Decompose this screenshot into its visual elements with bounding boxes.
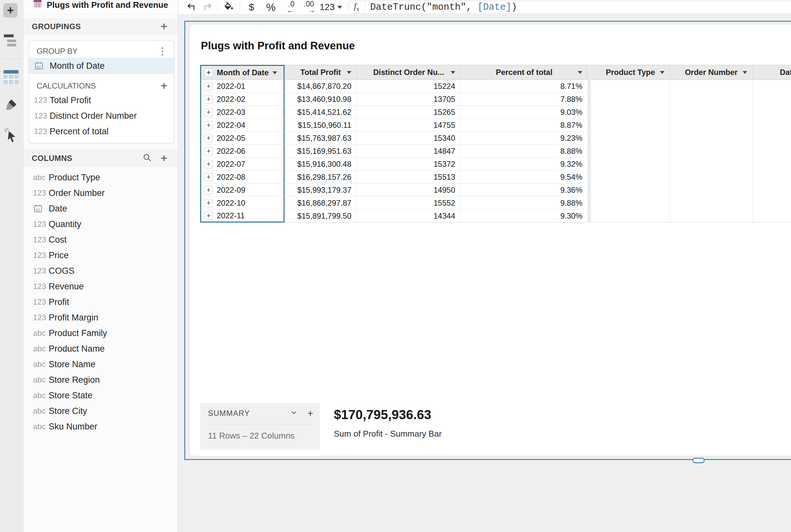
field-product-family[interactable]: abcProduct Family [23, 325, 178, 341]
decrease-decimal-icon[interactable]: .0← [284, 0, 299, 14]
field-profit-margin[interactable]: 123Profit Margin [23, 310, 178, 325]
field-total-profit[interactable]: 123Total Profit [29, 92, 174, 108]
sort-caret-icon[interactable] [451, 71, 455, 74]
cell-month-of-date-2022-09[interactable]: +2022-09 [200, 184, 285, 196]
field-store-name[interactable]: abcStore Name [23, 357, 178, 372]
sort-caret-icon[interactable] [660, 71, 664, 74]
formula-text[interactable]: DateTrunc("month", [Date]) [370, 2, 517, 13]
summary-value-area[interactable]: $170,795,936.63 Sum of Profit - Summary … [320, 403, 791, 450]
field-profit[interactable]: 123Profit [23, 294, 178, 310]
empty-column-date[interactable] [753, 80, 791, 223]
cell-month-of-date-2022-02[interactable]: +2022-02 [200, 93, 285, 106]
cell-total-profit-2022-03[interactable]: $15,414,521.62 [285, 106, 357, 119]
cell-month-of-date-2022-08[interactable]: +2022-08 [200, 171, 285, 184]
cell-total-profit-2022-06[interactable]: $15,169,951.63 [285, 145, 357, 158]
cell-percent-of-total-2022-09[interactable]: 9.36% [461, 184, 588, 196]
cell-distinct-order-nu-2022-05[interactable]: 15340 [357, 132, 461, 145]
cell-percent-of-total-2022-03[interactable]: 9.03% [461, 106, 588, 119]
cell-total-profit-2022-01[interactable]: $14,867,870.20 [285, 80, 357, 93]
column-header-product-type[interactable]: Product Type [591, 65, 670, 80]
redo-icon[interactable] [200, 0, 214, 14]
field-distinct-order-number[interactable]: 123Distinct Order Number [29, 108, 174, 124]
field-sku-number[interactable]: abcSku Number [23, 419, 178, 434]
summary-panel[interactable]: SUMMARY + 11 Rows – 22 Columns [200, 403, 320, 450]
cell-distinct-order-nu-2022-06[interactable]: 14847 [357, 145, 461, 158]
select-cursor-icon[interactable] [3, 127, 20, 145]
sort-caret-icon[interactable] [578, 71, 582, 74]
cell-percent-of-total-2022-11[interactable]: 9.30% [461, 210, 588, 223]
cell-distinct-order-nu-2022-01[interactable]: 15224 [357, 80, 461, 93]
summary-chevron-down-icon[interactable] [290, 408, 298, 418]
element-title[interactable]: Plugs with Profit and Revenue [201, 40, 355, 52]
field-cogs[interactable]: 123COGS [23, 263, 178, 279]
expand-plus-icon[interactable]: + [204, 173, 213, 181]
field-cost[interactable]: 123Cost [23, 232, 178, 248]
field-store-region[interactable]: abcStore Region [23, 372, 178, 388]
fill-color-icon[interactable] [222, 0, 236, 14]
expand-plus-icon[interactable]: + [204, 95, 213, 103]
search-icon[interactable] [143, 153, 152, 164]
undo-icon[interactable] [185, 0, 199, 14]
cell-total-profit-2022-02[interactable]: $13,460,910.98 [285, 93, 357, 106]
field-date[interactable]: Date [23, 201, 178, 216]
cell-percent-of-total-2022-08[interactable]: 9.54% [461, 171, 588, 184]
expand-plus-icon[interactable]: + [204, 134, 213, 142]
cell-percent-of-total-2022-04[interactable]: 8.87% [461, 119, 588, 132]
cell-month-of-date-2022-03[interactable]: +2022-03 [200, 106, 285, 119]
field-price[interactable]: 123Price [23, 248, 178, 263]
cell-month-of-date-2022-07[interactable]: +2022-07 [200, 158, 285, 171]
cell-total-profit-2022-10[interactable]: $16,868,297.87 [285, 196, 357, 210]
cell-month-of-date-2022-05[interactable]: +2022-05 [200, 132, 285, 145]
column-header-percent-of-total[interactable]: Percent of total [461, 65, 588, 80]
cell-percent-of-total-2022-05[interactable]: 9.23% [461, 132, 588, 145]
cell-total-profit-2022-08[interactable]: $16,298,157.26 [285, 171, 357, 184]
page-outline-icon[interactable] [4, 34, 17, 48]
currency-format-icon[interactable]: $ [244, 0, 259, 14]
expand-plus-icon[interactable]: + [204, 199, 213, 207]
field-product-name[interactable]: abcProduct Name [23, 341, 178, 357]
cell-percent-of-total-2022-01[interactable]: 8.71% [461, 80, 588, 93]
expand-plus-icon[interactable]: + [204, 160, 213, 168]
table-element-card[interactable]: Plugs with Profit and Revenue +Month of … [190, 25, 791, 456]
sort-caret-icon[interactable] [347, 71, 351, 74]
expand-plus-icon[interactable]: + [204, 108, 213, 116]
field-product-type[interactable]: abcProduct Type [23, 170, 178, 185]
resize-handle[interactable] [692, 458, 705, 463]
add-calculation-icon[interactable]: + [161, 80, 167, 92]
field-store-city[interactable]: abcStore City [23, 403, 178, 419]
sort-caret-icon[interactable] [743, 71, 747, 74]
cell-percent-of-total-2022-10[interactable]: 9.88% [461, 196, 588, 210]
cell-total-profit-2022-04[interactable]: $15,150,960.11 [285, 119, 357, 132]
cell-total-profit-2022-07[interactable]: $15,916,300.48 [285, 158, 357, 171]
cell-month-of-date-2022-10[interactable]: +2022-10 [200, 196, 285, 210]
cell-month-of-date-2022-06[interactable]: +2022-06 [200, 145, 285, 158]
cell-month-of-date-2022-04[interactable]: +2022-04 [200, 119, 285, 132]
sort-caret-icon[interactable] [272, 71, 277, 74]
percent-format-icon[interactable]: % [264, 0, 278, 14]
field-order-number[interactable]: 123Order Number [23, 185, 178, 201]
number-format-dropdown[interactable]: 123 [320, 0, 342, 14]
cell-distinct-order-nu-2022-09[interactable]: 14950 [357, 184, 461, 196]
add-summary-icon[interactable]: + [307, 408, 314, 418]
expand-plus-icon[interactable]: + [204, 69, 213, 77]
empty-column-product-type[interactable] [591, 80, 670, 223]
cell-distinct-order-nu-2022-11[interactable]: 14344 [357, 210, 461, 223]
column-header-total-profit[interactable]: Total Profit [285, 65, 357, 80]
cell-distinct-order-nu-2022-08[interactable]: 15513 [357, 171, 461, 184]
expand-plus-icon[interactable]: + [204, 186, 213, 194]
field-revenue[interactable]: 123Revenue [23, 279, 178, 294]
empty-column-order-number[interactable] [670, 80, 753, 223]
cell-distinct-order-nu-2022-02[interactable]: 13705 [357, 93, 461, 106]
column-header-date[interactable]: Date [753, 65, 791, 80]
cell-total-profit-2022-11[interactable]: $15,891,799.50 [285, 210, 357, 223]
expand-plus-icon[interactable]: + [204, 121, 213, 129]
kebab-menu-icon[interactable]: ⋮ [158, 46, 167, 56]
cell-distinct-order-nu-2022-10[interactable]: 15552 [357, 196, 461, 210]
add-grouping-icon[interactable]: + [161, 21, 167, 33]
add-element-icon[interactable]: + [3, 3, 18, 18]
expand-plus-icon[interactable]: + [204, 211, 213, 220]
cell-percent-of-total-2022-02[interactable]: 7.88% [461, 93, 588, 106]
field-percent-of-total[interactable]: 123Percent of total [29, 124, 174, 139]
expand-plus-icon[interactable]: + [204, 147, 213, 155]
cell-total-profit-2022-05[interactable]: $15,763,987.63 [285, 132, 357, 145]
